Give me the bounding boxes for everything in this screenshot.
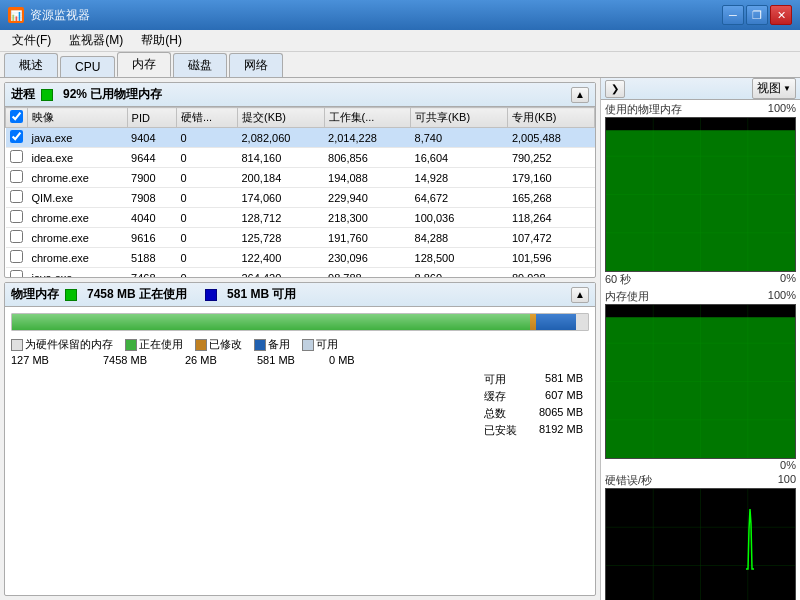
legend-inuse: 正在使用 bbox=[125, 337, 183, 352]
col-private[interactable]: 专用(KB) bbox=[508, 108, 595, 128]
row-checkbox-cell[interactable] bbox=[6, 188, 28, 208]
row-checkbox-cell[interactable] bbox=[6, 268, 28, 278]
memory-collapse-btn[interactable]: ▲ bbox=[571, 287, 589, 303]
table-row[interactable]: chrome.exe 7900 0 200,184 194,088 14,928… bbox=[6, 168, 595, 188]
col-hard[interactable]: 硬错... bbox=[176, 108, 237, 128]
mem-used-indicator bbox=[65, 289, 77, 301]
val-standby: 581 MB bbox=[257, 354, 317, 366]
table-row[interactable]: chrome.exe 4040 0 128,712 218,300 100,03… bbox=[6, 208, 595, 228]
row-private: 165,268 bbox=[508, 188, 595, 208]
row-shareable: 84,288 bbox=[411, 228, 508, 248]
row-checkbox-cell[interactable] bbox=[6, 148, 28, 168]
header-checkbox[interactable] bbox=[10, 110, 23, 123]
row-pid: 7908 bbox=[127, 188, 176, 208]
row-private: 89,928 bbox=[508, 268, 595, 278]
mem-avail-indicator bbox=[205, 289, 217, 301]
row-shareable: 100,036 bbox=[411, 208, 508, 228]
tab-cpu[interactable]: CPU bbox=[60, 56, 115, 77]
row-pid: 9616 bbox=[127, 228, 176, 248]
row-private: 179,160 bbox=[508, 168, 595, 188]
mem-bar-standby bbox=[536, 314, 576, 330]
row-checkbox-cell[interactable] bbox=[6, 228, 28, 248]
process-collapse-btn[interactable]: ▲ bbox=[571, 87, 589, 103]
col-shareable[interactable]: 可共享(KB) bbox=[411, 108, 508, 128]
row-checkbox[interactable] bbox=[10, 190, 23, 203]
menu-file[interactable]: 文件(F) bbox=[4, 30, 59, 51]
view-btn-label: 视图 bbox=[757, 80, 781, 97]
row-ws: 229,940 bbox=[324, 188, 411, 208]
table-row[interactable]: idea.exe 9644 0 814,160 806,856 16,604 7… bbox=[6, 148, 595, 168]
mem-bottom-left bbox=[11, 368, 478, 442]
row-name: java.exe bbox=[28, 128, 128, 148]
row-checkbox-cell[interactable] bbox=[6, 248, 28, 268]
menu-help[interactable]: 帮助(H) bbox=[133, 30, 190, 51]
row-checkbox-cell[interactable] bbox=[6, 128, 28, 148]
chart1-time: 60 秒 bbox=[605, 272, 631, 287]
view-btn[interactable]: 视图 ▼ bbox=[752, 78, 796, 99]
memory-section: 物理内存 7458 MB 正在使用 581 MB 可用 ▲ 为硬件保留的内存 bbox=[4, 282, 596, 596]
tab-overview[interactable]: 概述 bbox=[4, 53, 58, 77]
row-checkbox[interactable] bbox=[10, 170, 23, 183]
menu-monitor[interactable]: 监视器(M) bbox=[61, 30, 131, 51]
row-checkbox-cell[interactable] bbox=[6, 208, 28, 228]
legend-modified: 已修改 bbox=[195, 337, 242, 352]
row-commit: 122,400 bbox=[237, 248, 324, 268]
minimize-button[interactable]: ─ bbox=[722, 5, 744, 25]
mem-avail-label: 581 MB 可用 bbox=[227, 286, 296, 303]
table-row[interactable]: java.exe 7468 0 264,420 98,788 8,860 89,… bbox=[6, 268, 595, 278]
row-name: chrome.exe bbox=[28, 168, 128, 188]
row-pid: 9404 bbox=[127, 128, 176, 148]
row-checkbox[interactable] bbox=[10, 150, 23, 163]
stat-installed-label: 已安装 bbox=[484, 423, 524, 438]
mem-bar-used bbox=[12, 314, 530, 330]
stat-cached-row: 缓存 607 MB bbox=[484, 389, 583, 404]
row-name: java.exe bbox=[28, 268, 128, 278]
row-hard: 0 bbox=[176, 208, 237, 228]
chart2-svg bbox=[606, 305, 795, 458]
tab-network[interactable]: 网络 bbox=[229, 53, 283, 77]
row-checkbox-cell[interactable] bbox=[6, 168, 28, 188]
legend-swatch-inuse bbox=[125, 339, 137, 351]
memory-title: 物理内存 bbox=[11, 286, 59, 303]
row-private: 101,596 bbox=[508, 248, 595, 268]
restore-button[interactable]: ❐ bbox=[746, 5, 768, 25]
window-title: 资源监视器 bbox=[30, 7, 722, 24]
table-row[interactable]: java.exe 9404 0 2,082,060 2,014,228 8,74… bbox=[6, 128, 595, 148]
tab-memory[interactable]: 内存 bbox=[117, 52, 171, 77]
stat-total-value: 8065 MB bbox=[528, 406, 583, 421]
row-checkbox[interactable] bbox=[10, 230, 23, 243]
table-row[interactable]: chrome.exe 9616 0 125,728 191,760 84,288… bbox=[6, 228, 595, 248]
stat-cached-value: 607 MB bbox=[528, 389, 583, 404]
tab-disk[interactable]: 磁盘 bbox=[173, 53, 227, 77]
row-commit: 125,728 bbox=[237, 228, 324, 248]
chart-memory-usage: 内存使用 100% 0% bbox=[605, 289, 796, 471]
chart2-pct-low: 0% bbox=[780, 459, 796, 471]
row-ws: 806,856 bbox=[324, 148, 411, 168]
col-ws[interactable]: 工作集(... bbox=[324, 108, 411, 128]
row-checkbox[interactable] bbox=[10, 270, 23, 277]
row-name: chrome.exe bbox=[28, 228, 128, 248]
legend-swatch-standby bbox=[254, 339, 266, 351]
table-row[interactable]: QIM.exe 7908 0 174,060 229,940 64,672 16… bbox=[6, 188, 595, 208]
col-name[interactable]: 映像 bbox=[28, 108, 128, 128]
col-pid[interactable]: PID bbox=[127, 108, 176, 128]
right-expand-btn[interactable]: ❯ bbox=[605, 80, 625, 98]
table-row[interactable]: chrome.exe 5188 0 122,400 230,096 128,50… bbox=[6, 248, 595, 268]
row-commit: 174,060 bbox=[237, 188, 324, 208]
row-checkbox[interactable] bbox=[10, 210, 23, 223]
close-button[interactable]: ✕ bbox=[770, 5, 792, 25]
row-hard: 0 bbox=[176, 228, 237, 248]
stat-available-value: 581 MB bbox=[528, 372, 583, 387]
row-name: chrome.exe bbox=[28, 208, 128, 228]
row-checkbox[interactable] bbox=[10, 130, 23, 143]
col-commit[interactable]: 提交(KB) bbox=[237, 108, 324, 128]
row-shareable: 16,604 bbox=[411, 148, 508, 168]
row-name: QIM.exe bbox=[28, 188, 128, 208]
row-pid: 4040 bbox=[127, 208, 176, 228]
val-hardware: 127 MB bbox=[11, 354, 91, 366]
stat-total-row: 总数 8065 MB bbox=[484, 406, 583, 421]
row-commit: 264,420 bbox=[237, 268, 324, 278]
row-checkbox[interactable] bbox=[10, 250, 23, 263]
mem-legend-values: 127 MB 7458 MB 26 MB 581 MB 0 MB bbox=[5, 354, 595, 366]
mem-usage-indicator bbox=[41, 89, 53, 101]
